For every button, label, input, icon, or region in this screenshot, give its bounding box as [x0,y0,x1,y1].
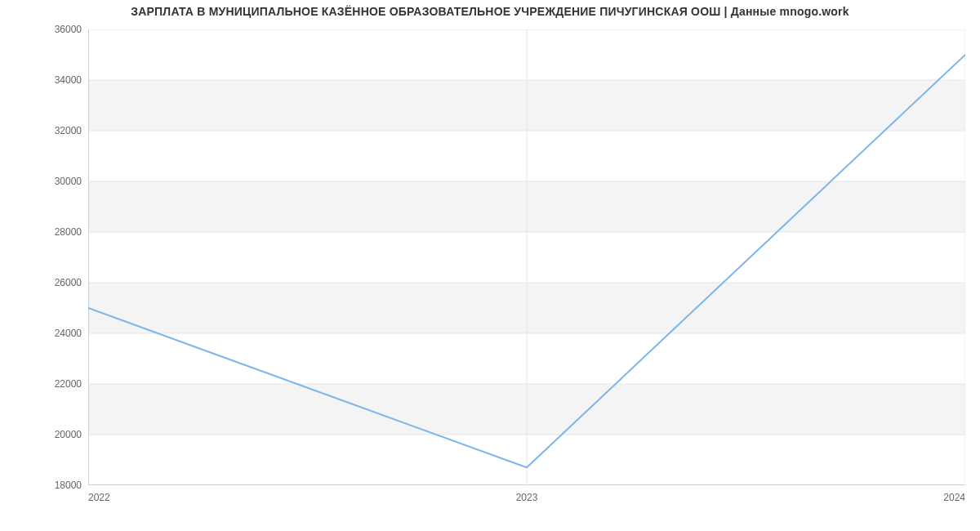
y-tick-label: 30000 [33,176,82,187]
y-tick-label: 20000 [33,429,82,440]
y-tick-label: 22000 [33,378,82,390]
plot-area [88,29,965,485]
y-tick-label: 34000 [33,74,82,86]
y-tick-label: 18000 [33,480,82,491]
y-tick-label: 26000 [33,277,82,288]
y-tick-label: 32000 [33,125,82,136]
chart-title: ЗАРПЛАТА В МУНИЦИПАЛЬНОЕ КАЗЁННОЕ ОБРАЗО… [0,5,980,18]
y-tick-label: 24000 [33,328,82,339]
chart-container: ЗАРПЛАТА В МУНИЦИПАЛЬНОЕ КАЗЁННОЕ ОБРАЗО… [0,0,980,531]
y-tick-label: 36000 [33,24,82,35]
x-tick-label: 2023 [516,492,538,503]
y-tick-label: 28000 [33,226,82,238]
x-tick-label: 2024 [943,492,965,503]
x-tick-label: 2022 [88,492,110,503]
chart-svg [88,29,965,485]
